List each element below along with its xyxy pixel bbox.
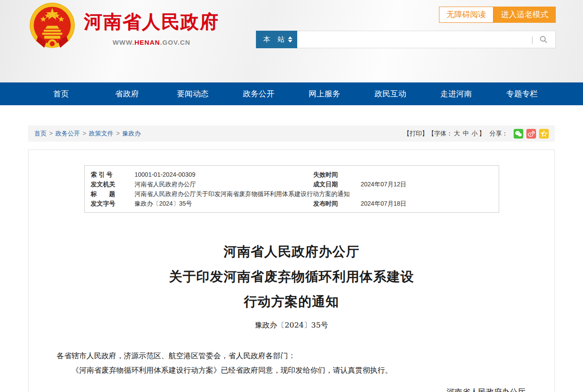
nav-item-provincial-gov[interactable]: 省政府 <box>94 82 160 105</box>
meta-doc-number-label: 发文字号 <box>91 199 130 208</box>
breadcrumb-bar: 首页>政务公开>政策文件>豫政办 【打印】 【字体： 大 中 小 】 分享： <box>28 125 555 142</box>
site-title: 河南省人民政府 <box>83 10 220 34</box>
page: 河南省人民政府 WWW.HENAN.GOV.CN 无障碍阅读 进入适老模式 本 … <box>0 0 583 392</box>
meta-expire-value <box>361 170 493 179</box>
search-icon[interactable] <box>540 36 547 43</box>
search-scope-label: 本 站 <box>263 35 287 44</box>
nav-item-news[interactable]: 要闻动态 <box>160 82 226 105</box>
main-nav: 首页 省政府 要闻动态 政务公开 网上服务 政民互动 走进河南 专题专栏 <box>0 82 583 105</box>
site-url-highlight: HENAN <box>134 39 160 46</box>
national-emblem-icon <box>27 2 77 52</box>
document-title-line1: 河南省人民政府办公厅 <box>29 239 554 264</box>
meta-index-value: 10001-01-2024-00309 <box>135 170 308 179</box>
elderly-mode-button[interactable]: 进入适老模式 <box>493 7 556 23</box>
site-url-suffix: .GOV.CN <box>160 39 191 46</box>
document-meta-table: 索 引 号 10001-01-2024-00309 失效时间 发文机关 河南省人… <box>84 165 499 213</box>
document-body: 河南省人民政府办公厅 关于印发河南省废弃物循环利用体系建设 行动方案的通知 豫政… <box>29 239 554 392</box>
weibo-share-icon[interactable] <box>526 129 536 139</box>
breadcrumb-policy-files[interactable]: 政策文件 <box>89 130 113 137</box>
meta-doc-number-value: 豫政办〔2024〕35号 <box>135 199 308 208</box>
share-icons <box>511 129 549 139</box>
breadcrumb-yuzhengban[interactable]: 豫政办 <box>122 130 141 137</box>
nav-item-about-henan[interactable]: 走进河南 <box>423 82 489 105</box>
breadcrumb-separator: > <box>49 130 53 137</box>
meta-title-value: 河南省人民政府办公厅关于印发河南省废弃物循环利用体系建设行动方案的通知 <box>135 189 493 199</box>
document-number: 豫政办〔2024〕35号 <box>29 320 554 330</box>
signature-agency: 河南省人民政府办公厅 <box>446 387 525 392</box>
nav-item-interaction[interactable]: 政民互动 <box>357 82 423 105</box>
meta-publish-date-label: 发布时间 <box>313 199 356 208</box>
search-divider: | <box>531 35 533 44</box>
font-size-large-button[interactable]: 大 <box>454 130 460 138</box>
document-title: 河南省人民政府办公厅 关于印发河南省废弃物循环利用体系建设 行动方案的通知 <box>29 239 554 314</box>
meta-index-label: 索 引 号 <box>91 170 130 179</box>
paragraph-body: 《河南省废弃物循环利用体系建设行动方案》已经省政府同意，现印发给你们，请认真贯彻… <box>57 363 526 378</box>
accessibility-button[interactable]: 无障碍阅读 <box>439 7 493 23</box>
paragraph-salutation: 各省辖市人民政府，济源示范区、航空港区管委会，省人民政府各部门： <box>57 349 526 363</box>
meta-title-label: 标 题 <box>91 189 130 199</box>
share-label: 分享： <box>489 130 508 138</box>
breadcrumb-gov-affairs[interactable]: 政务公开 <box>55 130 80 137</box>
font-size-small-button[interactable]: 小 <box>471 130 478 138</box>
document-card: 索 引 号 10001-01-2024-00309 失效时间 发文机关 河南省人… <box>28 150 555 392</box>
font-size-label-prefix: 【字体： <box>428 130 453 138</box>
site-search: 本 站 | <box>256 31 556 48</box>
meta-written-date-label: 成文日期 <box>313 179 356 189</box>
search-input[interactable] <box>297 31 531 48</box>
nav-item-gov-affairs[interactable]: 政务公开 <box>226 82 292 105</box>
nav-item-online-services[interactable]: 网上服务 <box>292 82 357 105</box>
document-title-line2: 关于印发河南省废弃物循环利用体系建设 <box>29 264 554 289</box>
site-header: 河南省人民政府 WWW.HENAN.GOV.CN 无障碍阅读 进入适老模式 本 … <box>0 0 583 82</box>
meta-written-date-value: 2024年07月12日 <box>361 179 493 189</box>
site-url: WWW.HENAN.GOV.CN <box>83 39 220 46</box>
brand-block: 河南省人民政府 WWW.HENAN.GOV.CN <box>83 10 220 46</box>
site-logo[interactable]: 河南省人民政府 WWW.HENAN.GOV.CN <box>27 2 220 52</box>
search-input-wrap: | <box>297 31 556 48</box>
breadcrumb: 首页>政务公开>政策文件>豫政办 <box>34 130 141 138</box>
document-title-line3: 行动方案的通知 <box>29 289 554 314</box>
meta-expire-label: 失效时间 <box>313 170 356 179</box>
breadcrumb-separator: > <box>116 130 119 137</box>
breadcrumb-home[interactable]: 首页 <box>34 130 47 137</box>
meta-agency-value: 河南省人民政府办公厅 <box>135 179 308 189</box>
nav-item-home[interactable]: 首页 <box>28 82 94 105</box>
meta-agency-label: 发文机关 <box>91 179 130 189</box>
meta-publish-date-value: 2024年07月18日 <box>361 199 493 208</box>
font-size-medium-button[interactable]: 中 <box>463 130 469 138</box>
document-paragraphs: 各省辖市人民政府，济源示范区、航空港区管委会，省人民政府各部门： 《河南省废弃物… <box>57 349 526 378</box>
page-tools: 【打印】 【字体： 大 中 小 】 分享： <box>403 129 549 139</box>
dropdown-arrows-icon <box>288 36 292 43</box>
nav-item-special-topics[interactable]: 专题专栏 <box>489 82 555 105</box>
search-scope-dropdown[interactable]: 本 站 <box>256 31 297 48</box>
wechat-share-icon[interactable] <box>514 129 523 139</box>
font-size-label-suffix: 】 <box>479 130 485 138</box>
header-buttons: 无障碍阅读 进入适老模式 <box>439 7 556 23</box>
site-url-prefix: WWW. <box>112 39 134 46</box>
signature-block: 河南省人民政府办公厅 2024年7月12日 <box>29 384 554 392</box>
print-button[interactable]: 【打印】 <box>403 130 428 138</box>
breadcrumb-separator: > <box>83 130 86 137</box>
favorite-star-icon[interactable] <box>539 129 549 139</box>
